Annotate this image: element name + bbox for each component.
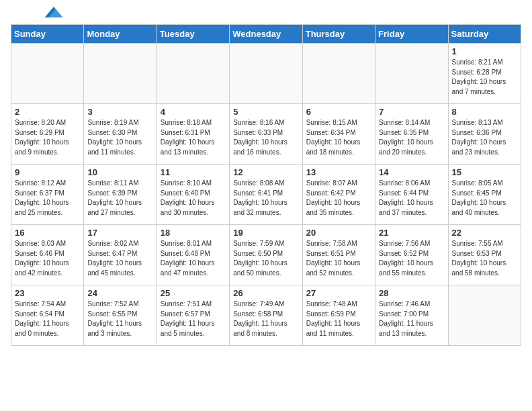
calendar-cell: 5Sunrise: 8:16 AM Sunset: 6:33 PM Daylig… (230, 104, 302, 165)
logo-icon (44, 7, 63, 17)
day-info: Sunrise: 8:14 AM Sunset: 6:35 PM Dayligh… (379, 118, 444, 157)
logo (11, 11, 63, 17)
day-number: 26 (233, 288, 298, 298)
day-number: 9 (15, 167, 80, 177)
day-info: Sunrise: 7:51 AM Sunset: 6:57 PM Dayligh… (161, 300, 226, 338)
day-info: Sunrise: 7:46 AM Sunset: 7:00 PM Dayligh… (379, 300, 444, 338)
calendar-cell: 13Sunrise: 8:07 AM Sunset: 6:42 PM Dayli… (302, 165, 375, 225)
calendar-cell: 12Sunrise: 8:08 AM Sunset: 6:41 PM Dayli… (230, 165, 302, 225)
day-info: Sunrise: 8:05 AM Sunset: 6:45 PM Dayligh… (452, 179, 517, 218)
day-info: Sunrise: 8:20 AM Sunset: 6:29 PM Dayligh… (15, 118, 80, 157)
calendar-cell: 10Sunrise: 8:11 AM Sunset: 6:39 PM Dayli… (84, 165, 157, 225)
day-number: 2 (15, 107, 80, 117)
day-info: Sunrise: 8:02 AM Sunset: 6:47 PM Dayligh… (87, 239, 152, 278)
day-number: 27 (306, 288, 371, 298)
calendar-cell: 23Sunrise: 7:54 AM Sunset: 6:54 PM Dayli… (11, 285, 84, 346)
day-number: 24 (87, 288, 152, 298)
calendar-cell: 16Sunrise: 8:03 AM Sunset: 6:46 PM Dayli… (11, 225, 84, 285)
calendar-body: 1Sunrise: 8:21 AM Sunset: 6:28 PM Daylig… (11, 44, 521, 346)
calendar-cell: 8Sunrise: 8:13 AM Sunset: 6:36 PM Daylig… (448, 104, 521, 165)
day-number: 7 (379, 107, 444, 117)
day-info: Sunrise: 7:56 AM Sunset: 6:52 PM Dayligh… (379, 239, 444, 278)
calendar-cell: 15Sunrise: 8:05 AM Sunset: 6:45 PM Dayli… (448, 165, 521, 225)
calendar-cell: 9Sunrise: 8:12 AM Sunset: 6:37 PM Daylig… (11, 165, 84, 225)
day-number: 8 (452, 107, 517, 117)
day-info: Sunrise: 8:08 AM Sunset: 6:41 PM Dayligh… (233, 179, 298, 218)
page-header (11, 11, 521, 17)
calendar-cell: 24Sunrise: 7:52 AM Sunset: 6:55 PM Dayli… (84, 285, 157, 346)
day-number: 14 (379, 167, 444, 177)
day-info: Sunrise: 8:07 AM Sunset: 6:42 PM Dayligh… (306, 179, 371, 218)
day-number: 11 (161, 167, 226, 177)
weekday-header: Monday (84, 25, 157, 44)
calendar-cell: 3Sunrise: 8:19 AM Sunset: 6:30 PM Daylig… (84, 104, 157, 165)
calendar-cell: 19Sunrise: 7:59 AM Sunset: 6:50 PM Dayli… (230, 225, 302, 285)
day-info: Sunrise: 7:55 AM Sunset: 6:53 PM Dayligh… (452, 239, 517, 278)
day-number: 13 (306, 167, 371, 177)
day-info: Sunrise: 8:12 AM Sunset: 6:37 PM Dayligh… (15, 179, 80, 218)
day-number: 12 (233, 167, 298, 177)
calendar-cell: 18Sunrise: 8:01 AM Sunset: 6:48 PM Dayli… (157, 225, 229, 285)
calendar-cell: 17Sunrise: 8:02 AM Sunset: 6:47 PM Dayli… (84, 225, 157, 285)
calendar-cell: 27Sunrise: 7:48 AM Sunset: 6:59 PM Dayli… (302, 285, 375, 346)
day-number: 22 (452, 228, 517, 238)
calendar-cell: 26Sunrise: 7:49 AM Sunset: 6:58 PM Dayli… (230, 285, 302, 346)
calendar-cell: 21Sunrise: 7:56 AM Sunset: 6:52 PM Dayli… (375, 225, 448, 285)
calendar-cell: 2Sunrise: 8:20 AM Sunset: 6:29 PM Daylig… (11, 104, 84, 165)
day-info: Sunrise: 7:48 AM Sunset: 6:59 PM Dayligh… (306, 300, 371, 338)
calendar-cell: 14Sunrise: 8:06 AM Sunset: 6:44 PM Dayli… (375, 165, 448, 225)
day-info: Sunrise: 8:19 AM Sunset: 6:30 PM Dayligh… (87, 118, 152, 157)
calendar-cell: 7Sunrise: 8:14 AM Sunset: 6:35 PM Daylig… (375, 104, 448, 165)
calendar-cell: 22Sunrise: 7:55 AM Sunset: 6:53 PM Dayli… (448, 225, 521, 285)
weekday-header: Friday (375, 25, 448, 44)
day-info: Sunrise: 8:13 AM Sunset: 6:36 PM Dayligh… (452, 118, 517, 157)
day-number: 10 (87, 167, 152, 177)
calendar-cell: 6Sunrise: 8:15 AM Sunset: 6:34 PM Daylig… (302, 104, 375, 165)
day-number: 23 (15, 288, 80, 298)
day-number: 28 (379, 288, 444, 298)
calendar-cell (230, 44, 302, 104)
day-info: Sunrise: 8:21 AM Sunset: 6:28 PM Dayligh… (452, 58, 517, 97)
calendar-cell (448, 285, 521, 346)
day-number: 18 (161, 228, 226, 238)
calendar-week-row: 2Sunrise: 8:20 AM Sunset: 6:29 PM Daylig… (11, 104, 521, 165)
calendar-cell: 1Sunrise: 8:21 AM Sunset: 6:28 PM Daylig… (448, 44, 521, 104)
weekday-header: Saturday (448, 25, 521, 44)
day-number: 5 (233, 107, 298, 117)
day-number: 1 (452, 46, 517, 56)
weekday-header: Tuesday (157, 25, 229, 44)
day-info: Sunrise: 7:59 AM Sunset: 6:50 PM Dayligh… (233, 239, 298, 278)
day-info: Sunrise: 8:11 AM Sunset: 6:39 PM Dayligh… (87, 179, 152, 218)
day-info: Sunrise: 8:01 AM Sunset: 6:48 PM Dayligh… (161, 239, 226, 278)
calendar-cell (157, 44, 229, 104)
calendar-cell (11, 44, 84, 104)
day-number: 21 (379, 228, 444, 238)
calendar-header-row: SundayMondayTuesdayWednesdayThursdayFrid… (11, 25, 521, 44)
day-info: Sunrise: 8:18 AM Sunset: 6:31 PM Dayligh… (161, 118, 226, 157)
calendar-cell (375, 44, 448, 104)
day-number: 19 (233, 228, 298, 238)
calendar-cell (302, 44, 375, 104)
day-number: 16 (15, 228, 80, 238)
calendar-week-row: 9Sunrise: 8:12 AM Sunset: 6:37 PM Daylig… (11, 165, 521, 225)
weekday-header: Wednesday (230, 25, 302, 44)
day-info: Sunrise: 8:06 AM Sunset: 6:44 PM Dayligh… (379, 179, 444, 218)
calendar-cell: 4Sunrise: 8:18 AM Sunset: 6:31 PM Daylig… (157, 104, 229, 165)
day-number: 25 (161, 288, 226, 298)
calendar-week-row: 1Sunrise: 8:21 AM Sunset: 6:28 PM Daylig… (11, 44, 521, 104)
calendar-cell: 28Sunrise: 7:46 AM Sunset: 7:00 PM Dayli… (375, 285, 448, 346)
calendar-table: SundayMondayTuesdayWednesdayThursdayFrid… (11, 24, 521, 346)
calendar-week-row: 16Sunrise: 8:03 AM Sunset: 6:46 PM Dayli… (11, 225, 521, 285)
day-info: Sunrise: 7:52 AM Sunset: 6:55 PM Dayligh… (87, 300, 152, 338)
day-info: Sunrise: 7:49 AM Sunset: 6:58 PM Dayligh… (233, 300, 298, 338)
weekday-header: Sunday (11, 25, 84, 44)
day-number: 6 (306, 107, 371, 117)
day-number: 3 (87, 107, 152, 117)
day-info: Sunrise: 8:10 AM Sunset: 6:40 PM Dayligh… (161, 179, 226, 218)
day-info: Sunrise: 8:15 AM Sunset: 6:34 PM Dayligh… (306, 118, 371, 157)
day-info: Sunrise: 7:54 AM Sunset: 6:54 PM Dayligh… (15, 300, 80, 338)
calendar-week-row: 23Sunrise: 7:54 AM Sunset: 6:54 PM Dayli… (11, 285, 521, 346)
day-number: 15 (452, 167, 517, 177)
day-number: 4 (161, 107, 226, 117)
day-info: Sunrise: 8:03 AM Sunset: 6:46 PM Dayligh… (15, 239, 80, 278)
